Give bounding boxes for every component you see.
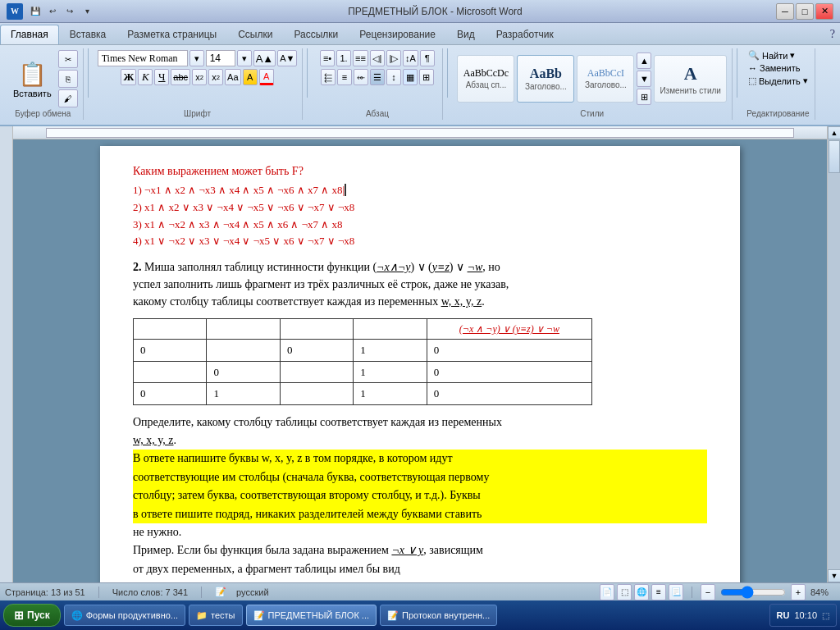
underline-button[interactable]: Ч	[154, 69, 169, 85]
subscript-button[interactable]: x2	[192, 69, 207, 85]
copy-button[interactable]: ⎘	[58, 70, 78, 88]
align-center-btn[interactable]: ≡	[337, 69, 352, 85]
font-size-input[interactable]	[206, 50, 235, 66]
scroll-thumb[interactable]	[829, 140, 840, 173]
spell-check[interactable]: 📝	[215, 587, 226, 597]
taskbar-item-2[interactable]: 📁 тесты	[189, 605, 242, 626]
tab-home[interactable]: Главная	[0, 25, 59, 44]
tab-developer[interactable]: Разработчик	[486, 25, 564, 44]
styles-more[interactable]: ⊞	[637, 89, 651, 105]
web-layout-btn[interactable]: 🌐	[634, 584, 649, 600]
tab-mailings[interactable]: Рассылки	[283, 25, 349, 44]
minimize-button[interactable]: ─	[776, 3, 794, 20]
language[interactable]: русский	[236, 587, 268, 597]
font-name-dropdown[interactable]: ▾	[189, 50, 204, 66]
editing-group: 🔍 Найти ▾ ↔ Заменить ⬚ Выделить ▾ Редакт…	[742, 48, 815, 120]
show-marks-btn[interactable]: ¶	[420, 50, 435, 66]
sort-btn[interactable]: ↕A	[403, 50, 418, 66]
highlight-button[interactable]: А	[243, 69, 258, 85]
outline-btn[interactable]: ≡	[651, 584, 666, 600]
task2-cont-8: Пример. Если бы функция была задана выра…	[133, 541, 707, 559]
zoom-slider[interactable]	[720, 587, 786, 597]
list-row: ≡• 1. ≡≡ ◁| |▷ ↕A ¶	[320, 50, 435, 66]
zoom-area: 📄 ⬚ 🌐 ≡ 📃 − + 84%	[600, 584, 835, 600]
cell-2-4: 1	[354, 361, 427, 383]
font-size-dropdown[interactable]: ▾	[237, 50, 252, 66]
divider-2	[307, 48, 308, 98]
divider-4	[737, 48, 737, 98]
tab-references[interactable]: Ссылки	[227, 25, 283, 44]
font-color-button[interactable]: А	[259, 69, 274, 85]
increase-indent-btn[interactable]: |▷	[386, 50, 401, 66]
tab-insert[interactable]: Вставка	[59, 25, 117, 44]
strikethrough-button[interactable]: аbc	[171, 69, 190, 85]
redo-quick-btn[interactable]: ↪	[62, 4, 77, 19]
page-container[interactable]: Каким выражением может быть F? 1) ¬x1 ∧ …	[13, 139, 827, 582]
clock[interactable]: 10:10	[794, 610, 817, 620]
scroll-up-arrow[interactable]: ▲	[828, 126, 840, 139]
font-name-input[interactable]	[98, 50, 188, 66]
save-quick-btn[interactable]: 💾	[28, 4, 43, 19]
paste-label: Вставить	[13, 89, 52, 98]
paste-button[interactable]: 📋 Вставить	[8, 57, 57, 100]
case-button[interactable]: Аа	[225, 69, 241, 85]
cell-3-2: 1	[207, 383, 280, 405]
tab-page-layout[interactable]: Разметка страницы	[116, 25, 227, 44]
align-justify-btn[interactable]: ☰	[370, 69, 385, 85]
cut-button[interactable]: ✂	[58, 50, 78, 68]
italic-button[interactable]: К	[138, 69, 153, 85]
style-heading1[interactable]: AaBb Заголово...	[517, 55, 574, 103]
line-spacing-btn[interactable]: ↕	[386, 69, 401, 85]
font-name-row: ▾ ▾ A▲ A▼	[98, 50, 298, 66]
increase-font-btn[interactable]: A▲	[253, 50, 276, 66]
decrease-indent-btn[interactable]: ◁|	[370, 50, 385, 66]
print-layout-btn[interactable]: 📄	[600, 584, 614, 600]
styles-scroll-down[interactable]: ▼	[637, 71, 651, 87]
customize-quick-btn[interactable]: ▾	[80, 4, 94, 19]
taskbar-item-1[interactable]: 🌐 Формы продуктивно...	[64, 605, 185, 626]
find-button[interactable]: 🔍 Найти ▾	[748, 50, 795, 61]
taskbar-item-3[interactable]: 📝 ПРЕДМЕТНЫЙ БЛОК ...	[246, 605, 377, 626]
align-right-btn[interactable]: ⬰	[354, 69, 368, 85]
number-list-btn[interactable]: 1.	[336, 50, 351, 66]
col-header-3	[280, 319, 353, 340]
find-label: Найти	[762, 51, 788, 61]
style-change[interactable]: A Изменить стили	[654, 55, 726, 103]
superscript-button[interactable]: x2	[208, 69, 223, 85]
document-page[interactable]: Каким выражением может быть F? 1) ¬x1 ∧ …	[100, 146, 740, 582]
taskbar-item-4[interactable]: 📝 Протокол внутренн...	[380, 605, 497, 626]
tab-view[interactable]: Вид	[446, 25, 486, 44]
replace-button[interactable]: ↔ Заменить	[748, 63, 800, 73]
full-screen-btn[interactable]: ⬚	[617, 584, 632, 600]
zoom-in-btn[interactable]: +	[791, 584, 806, 600]
borders-btn[interactable]: ⊞	[419, 69, 434, 85]
zoom-level: 84%	[810, 587, 835, 597]
draft-btn[interactable]: 📃	[669, 584, 683, 600]
taskbar-label-1: Формы продуктивно...	[86, 610, 178, 620]
scroll-track[interactable]	[828, 139, 840, 569]
decrease-font-btn[interactable]: A▼	[277, 50, 297, 66]
tab-review[interactable]: Рецензирование	[349, 25, 446, 44]
maximize-button[interactable]: □	[796, 3, 814, 20]
style-normal[interactable]: AaBbCcDc Абзац сп...	[457, 55, 514, 103]
start-button[interactable]: ⊞ Пуск	[3, 604, 61, 627]
bullet-list-btn[interactable]: ≡•	[320, 50, 335, 66]
bold-button[interactable]: Ж	[121, 69, 136, 85]
align-left-btn[interactable]: ⬱	[321, 69, 336, 85]
paragraph-label: Абзац	[366, 107, 389, 118]
styles-scroll-up[interactable]: ▲	[637, 52, 651, 69]
scrollbar-right[interactable]: ▲ ▼	[827, 126, 840, 582]
help-button[interactable]: ?	[825, 25, 840, 44]
multilevel-list-btn[interactable]: ≡≡	[353, 50, 368, 66]
taskbar-label-2: тесты	[211, 610, 235, 620]
scroll-down-arrow[interactable]: ▼	[828, 569, 840, 582]
format-painter-button[interactable]: 🖌	[58, 89, 78, 107]
close-button[interactable]: ✕	[815, 3, 833, 20]
shading-btn[interactable]: ▦	[403, 69, 418, 85]
zoom-out-btn[interactable]: −	[701, 584, 715, 600]
select-button[interactable]: ⬚ Выделить ▾	[748, 75, 808, 86]
show-desktop-btn[interactable]: ⬚	[822, 611, 829, 620]
style-heading2[interactable]: AaBbCcI Заголово...	[577, 55, 634, 103]
undo-quick-btn[interactable]: ↩	[45, 4, 60, 19]
page-indicator: Страница: 13 из 51	[5, 587, 85, 597]
